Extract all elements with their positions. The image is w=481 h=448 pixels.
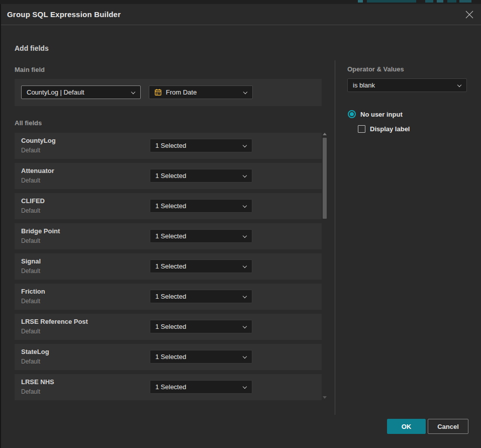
field-subtitle: Default: [21, 298, 40, 305]
chevron-down-icon: [243, 143, 247, 147]
add-fields-heading: Add fields: [15, 44, 49, 52]
no-user-input-radio[interactable]: [348, 110, 356, 118]
scrollbar-thumb[interactable]: [323, 138, 327, 219]
field-selected-value: 1 Selected: [155, 323, 186, 330]
field-name: CLIFED: [21, 197, 45, 205]
field-name: CountyLog: [21, 137, 56, 144]
display-label-text: Display label: [370, 125, 410, 133]
ok-button[interactable]: OK: [387, 419, 426, 434]
field-row: CountyLog Default 1 Selected: [15, 133, 322, 159]
main-field-date-select[interactable]: From Date: [149, 85, 253, 99]
field-selected-dropdown[interactable]: 1 Selected: [150, 229, 252, 243]
field-selected-value: 1 Selected: [155, 353, 186, 361]
operator-select[interactable]: is blank: [347, 78, 467, 92]
all-fields-label: All fields: [15, 119, 42, 127]
field-subtitle: Default: [21, 207, 40, 214]
main-field-source-value: CountyLog | Default: [27, 88, 84, 96]
field-selected-value: 1 Selected: [155, 293, 186, 300]
scrollbar-down-arrow-icon[interactable]: [323, 396, 327, 399]
chevron-down-icon: [243, 385, 247, 389]
radio-selected-dot: [350, 112, 354, 116]
calendar-icon: [154, 88, 162, 96]
field-name: Friction: [21, 288, 45, 295]
background-app-strip: [0, 0, 481, 4]
no-user-input-label: No user input: [360, 111, 403, 118]
chevron-down-icon: [243, 264, 247, 268]
chevron-down-icon: [243, 90, 247, 94]
field-subtitle: Default: [21, 177, 40, 184]
field-row: CLIFED Default 1 Selected: [15, 193, 322, 219]
field-subtitle: Default: [21, 267, 40, 275]
field-selected-dropdown[interactable]: 1 Selected: [150, 169, 252, 183]
field-selected-dropdown[interactable]: 1 Selected: [150, 139, 252, 152]
screen: Group SQL Expression Builder Add fields …: [0, 0, 481, 448]
scrollbar-up-arrow-icon[interactable]: [323, 133, 327, 135]
field-row: Friction Default 1 Selected: [15, 284, 322, 310]
field-selected-value: 1 Selected: [155, 202, 186, 210]
chevron-down-icon: [243, 354, 247, 359]
field-subtitle: Default: [21, 147, 40, 154]
field-selected-dropdown[interactable]: 1 Selected: [150, 320, 252, 333]
chevron-down-icon: [243, 234, 247, 238]
chevron-down-icon: [243, 294, 247, 298]
display-label-checkbox[interactable]: [358, 125, 365, 133]
field-selected-value: 1 Selected: [155, 142, 186, 149]
close-icon[interactable]: [465, 10, 474, 19]
background-fragment: [425, 0, 433, 3]
field-selected-dropdown[interactable]: 1 Selected: [150, 380, 252, 394]
chevron-down-icon: [131, 90, 135, 94]
field-selected-value: 1 Selected: [155, 262, 186, 270]
field-selected-dropdown[interactable]: 1 Selected: [150, 290, 252, 303]
field-subtitle: Default: [21, 358, 40, 365]
dialog-titlebar: Group SQL Expression Builder: [1, 4, 481, 25]
field-row: LRSE NHS Default 1 Selected: [15, 374, 322, 400]
chevron-down-icon: [243, 173, 247, 177]
chevron-down-icon: [457, 83, 461, 87]
main-field-panel: CountyLog | Default From Date: [15, 79, 322, 106]
field-row: Signal Default 1 Selected: [15, 253, 322, 280]
main-field-source-select[interactable]: CountyLog | Default: [21, 85, 141, 99]
background-fragment: [367, 0, 416, 3]
chevron-down-icon: [243, 204, 247, 208]
field-name: LRSE NHS: [21, 378, 54, 386]
panel-divider: [335, 60, 335, 415]
field-row: LRSE Reference Post Default 1 Selected: [15, 314, 322, 340]
background-fragment: [358, 0, 363, 3]
field-name: LRSE Reference Post: [21, 318, 88, 325]
main-field-date-value: From Date: [166, 88, 197, 96]
operator-value: is blank: [353, 81, 375, 89]
all-fields-list: CountyLog Default 1 Selected Attenuator …: [15, 133, 322, 404]
dialog-title: Group SQL Expression Builder: [7, 4, 121, 25]
field-selected-value: 1 Selected: [155, 383, 186, 391]
sql-expression-builder-dialog: Group SQL Expression Builder Add fields …: [0, 4, 481, 448]
field-selected-dropdown[interactable]: 1 Selected: [150, 199, 252, 213]
field-name: Attenuator: [21, 167, 54, 174]
field-subtitle: Default: [21, 388, 40, 395]
field-subtitle: Default: [21, 328, 40, 335]
field-selected-dropdown[interactable]: 1 Selected: [150, 259, 252, 273]
background-fragment: [437, 0, 443, 3]
field-name: Bridge Point: [21, 227, 60, 235]
main-field-label: Main field: [15, 66, 45, 73]
list-scrollbar[interactable]: [322, 133, 327, 401]
field-name: StateLog: [21, 348, 49, 355]
field-subtitle: Default: [21, 237, 40, 244]
field-selected-value: 1 Selected: [155, 232, 186, 240]
field-selected-dropdown[interactable]: 1 Selected: [150, 350, 252, 364]
background-fragment: [459, 0, 471, 3]
chevron-down-icon: [243, 324, 247, 328]
operator-values-heading: Operator & Values: [347, 65, 404, 73]
field-row: Bridge Point Default 1 Selected: [15, 223, 322, 249]
field-row: StateLog Default 1 Selected: [15, 344, 322, 370]
field-selected-value: 1 Selected: [155, 172, 186, 180]
background-fragment: [447, 0, 456, 3]
cancel-button[interactable]: Cancel: [428, 419, 468, 434]
field-name: Signal: [21, 257, 41, 265]
field-row: Attenuator Default 1 Selected: [15, 163, 322, 189]
